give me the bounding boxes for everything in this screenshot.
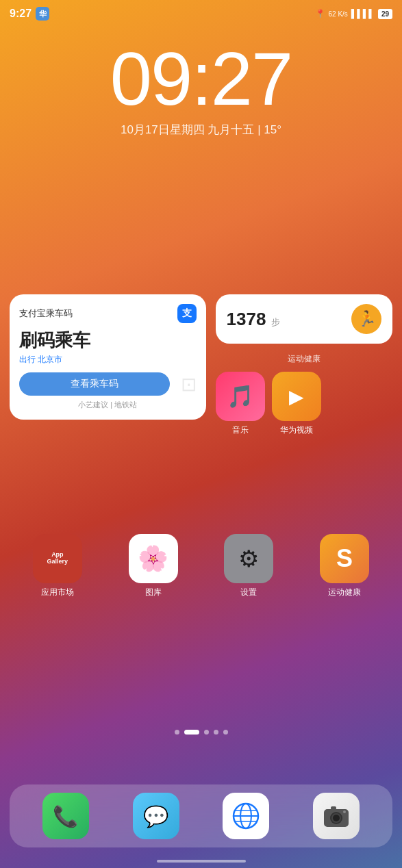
clock-date: 10月17日星期四 九月十五 | 15° [0,122,402,138]
browser-icon [232,802,260,830]
page-dot-1[interactable] [184,730,199,735]
qr-code-icon: ⊡ [181,373,197,396]
steps-widget-column: 1378 步 🏃 运动健康 🎵 音乐 ▶ 华为视频 [216,294,393,436]
appgallery-label: 应用市场 [41,587,74,598]
location-icon: 📍 [315,9,325,18]
svg-rect-9 [331,806,336,810]
appgallery-app[interactable]: AppGallery 应用市场 [33,534,82,598]
alipay-title: 支付宝乘车码 [19,307,73,320]
camera-app[interactable] [313,793,360,839]
camera-icon [322,802,351,830]
video-icon: ▶ [272,372,321,421]
alipay-sub-text: 出行 北京市 [19,354,197,366]
settings-label: 设置 [240,587,257,598]
gallery-label: 图库 [145,587,162,598]
steps-count: 1378 [227,309,266,329]
svg-point-8 [333,815,340,821]
appgallery-icon: AppGallery [33,534,82,583]
run-icon: 🏃 [351,304,381,334]
alipay-footer-text: 小艺建议 | 地铁站 [78,400,137,410]
music-label: 音乐 [232,424,249,436]
messages-app[interactable]: 💬 [133,793,179,839]
video-app[interactable]: ▶ 华为视频 [272,372,321,436]
huawei-assistant-icon: 华 [36,7,49,21]
alipay-logo-icon: 支 [177,304,197,323]
page-dot-0[interactable] [175,730,179,735]
fitness-icon: S [320,534,369,583]
network-speed: 62 K/s [329,10,348,18]
phone-app[interactable]: 📞 [42,793,89,839]
music-app[interactable]: 🎵 音乐 [216,372,265,436]
fitness-app[interactable]: S 运动健康 [320,534,369,598]
alipay-main-text: 刷码乘车 [19,329,197,353]
status-bar: 9:27 华 📍 62 K/s ▌▌▌▌ 29 [0,0,402,27]
clock-section: 09:27 10月17日星期四 九月十五 | 15° [0,41,402,138]
alipay-footer: 小艺建议 | 地铁站 [19,400,197,410]
widgets-row1: 支付宝乘车码 支 刷码乘车 出行 北京市 查看乘车码 ⊡ 小艺建议 | 地铁站 … [10,294,392,436]
music-video-row: 🎵 音乐 ▶ 华为视频 [216,372,393,436]
settings-icon: ⚙ [224,534,273,583]
apps-row: AppGallery 应用市场 🌸 图库 ⚙ 设置 S 运动健康 [10,534,392,598]
page-dot-3[interactable] [214,730,218,735]
clock-time: 09:27 [0,41,402,116]
svg-point-10 [343,810,346,813]
alipay-widget[interactable]: 支付宝乘车码 支 刷码乘车 出行 北京市 查看乘车码 ⊡ 小艺建议 | 地铁站 [10,294,206,420]
home-indicator[interactable] [157,860,246,863]
appgallery-text: AppGallery [47,552,68,565]
page-dots [0,730,402,735]
health-widget-label: 运动健康 [216,353,393,365]
gallery-icon: 🌸 [129,534,178,583]
battery-indicator: 29 [378,9,392,19]
signal-icon: ▌▌▌▌ [351,9,375,18]
page-dot-2[interactable] [204,730,209,735]
status-time: 9:27 [10,8,32,20]
alipay-header: 支付宝乘车码 支 [19,304,197,323]
view-qr-button[interactable]: 查看乘车码 [19,372,170,396]
steps-unit: 步 [271,317,280,327]
video-label: 华为视频 [280,424,313,436]
fitness-label: 运动健康 [328,587,361,598]
dock: 📞 💬 [10,784,392,847]
steps-info: 1378 步 [227,309,280,330]
status-right: 📍 62 K/s ▌▌▌▌ 29 [315,9,393,19]
gallery-app[interactable]: 🌸 图库 [129,534,178,598]
page-dot-4[interactable] [223,730,228,735]
settings-app[interactable]: ⚙ 设置 [224,534,273,598]
steps-widget[interactable]: 1378 步 🏃 [216,294,393,344]
music-icon: 🎵 [216,372,265,421]
browser-app[interactable] [223,793,269,839]
